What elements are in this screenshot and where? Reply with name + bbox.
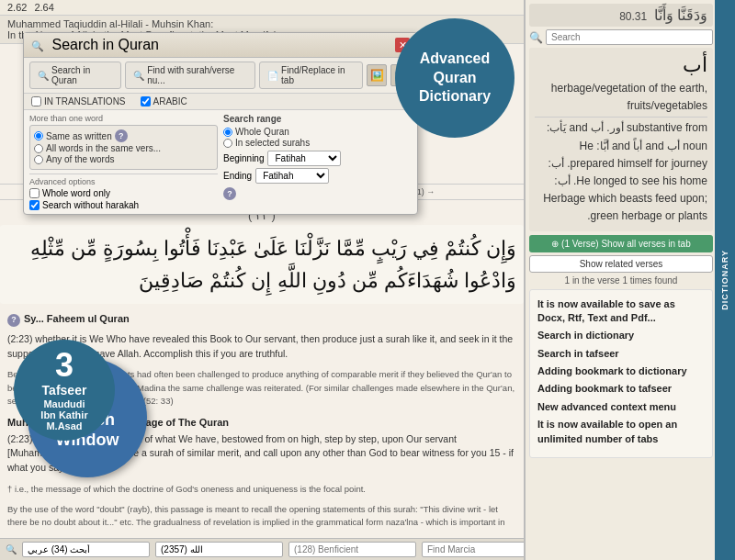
- more-than-one-label: More than one word: [29, 114, 218, 123]
- show-verses-btn[interactable]: ⊕ (1 Verse) Show all verses in tab: [529, 235, 713, 252]
- verse-count: 1 in the verse 1 times found: [529, 275, 713, 286]
- magnify-icon-right: 🔍: [529, 31, 543, 44]
- search-bottom-bar: 🔍: [0, 538, 524, 560]
- feature-bookmark-tafseer: Adding bookmark to tafseer: [537, 382, 705, 396]
- any-words-radio[interactable]: Any of the words: [34, 154, 213, 164]
- search-tab-icon-1: 🔍: [38, 71, 49, 81]
- same-as-written-radio[interactable]: Same as written ?: [34, 129, 213, 142]
- search-quran-input[interactable]: [155, 542, 283, 557]
- dictionary-bubble: Advanced Quran Dictionary: [395, 18, 514, 138]
- feature-unlimited-tabs: It is now available to open an unlimited…: [537, 418, 705, 446]
- search-options-row: IN TRANSLATIONS ARABIC: [24, 94, 417, 110]
- feature-save: It is now available to save as Docx, Rtf…: [537, 297, 705, 326]
- beginning-select[interactable]: Fatihah: [267, 151, 341, 166]
- dict-bubble-line2: Quran: [433, 69, 476, 88]
- search-tabs-row: 🔍 Search in Quran 🔍 Find with surah/vers…: [24, 58, 417, 94]
- verse-controls: ⊕ (1 Verse) Show all verses in tab Show …: [529, 235, 713, 286]
- search-tab-icon-3: 📄: [267, 71, 278, 81]
- verse-num-2: 2.64: [34, 2, 53, 13]
- arabic-main-word: أب: [535, 53, 707, 77]
- tafseer1-title: Sy... Faheem ul Quran: [24, 311, 130, 327]
- search-icon: 🔍: [31, 40, 44, 51]
- arabic-description: herbage/vegetation of the earth, fruits/…: [535, 80, 707, 115]
- advanced-options-label: Advanced options: [29, 177, 218, 186]
- tafseer-help-icon: ?: [7, 314, 20, 327]
- help-icon-1: ?: [115, 129, 128, 142]
- right-panel-content: 80.31 وَدَقَنَّا وَأَنَّا 🔍 أب herbage/v…: [526, 0, 717, 560]
- tafseer-bubble-line2: Maududi: [43, 398, 85, 409]
- tafseer2-note2: By the use of the word "doubt" (rayb), t…: [7, 503, 516, 532]
- tafseer2-footnote: † i.e., the message of which the doctrin…: [7, 483, 516, 496]
- whole-quran-radio[interactable]: Whole Quran: [223, 127, 412, 137]
- search-bottom-icon: 🔍: [6, 544, 17, 554]
- feature-search-tafseer: Search in tafseer: [537, 347, 705, 361]
- verse-num-1: 2.62: [7, 2, 27, 13]
- dict-bubble-line1: Advanced: [420, 50, 490, 69]
- tafseer-bubble-line4: M.Asad: [46, 420, 82, 431]
- ending-label: Ending: [223, 171, 252, 181]
- related-verses-btn[interactable]: Show related verses: [529, 255, 713, 273]
- tafseer-bubble-line3: Ibn Kathir: [40, 409, 87, 420]
- dictionary-strip: DICTIONARY: [715, 0, 735, 560]
- arabic-checkbox[interactable]: ARABIC: [141, 96, 187, 106]
- search-dialog-title: 🔍 Search in Quran: [31, 37, 159, 53]
- selected-surahs-radio[interactable]: In selected surahs: [223, 138, 412, 148]
- search-arabic-input[interactable]: [22, 542, 150, 557]
- verse-numbers-bar: 2.62 2.64: [0, 0, 524, 16]
- search-tab-3[interactable]: 📄 Find/Replace in tab: [259, 62, 363, 89]
- whole-word-checkbox[interactable]: Whole word only: [29, 188, 218, 198]
- right-search-bar: 🔍: [529, 29, 713, 45]
- beginning-label: Beginning: [223, 153, 264, 163]
- arabic-author: Muhammed Taqiuddin al-Hilali - Muhsin Kh…: [7, 18, 213, 29]
- search-dialog-title-bar: 🔍 Search in Quran ✕: [24, 33, 417, 58]
- features-section: It is now available to save as Docx, Rtf…: [529, 289, 713, 459]
- arabic-details: substantive from أور. أب and يَأب: noun …: [535, 119, 707, 225]
- main-container: 2.62 2.64 Muhammed Taqiuddin al-Hilali -…: [0, 0, 735, 560]
- translations-checkbox[interactable]: IN TRANSLATIONS: [31, 96, 126, 106]
- arabic-verse: وَإِن كُنتُمْ فِي رَيْبٍ مِّمَّا نَزَّلْ…: [0, 225, 524, 304]
- search-beneficent-input[interactable]: [288, 542, 416, 557]
- surah-arrow-right[interactable]: →: [426, 187, 435, 196]
- tafseer-bubble-line1: Tafseer: [42, 382, 87, 398]
- image-icon-btn[interactable]: 🖼️: [367, 64, 388, 86]
- ending-select[interactable]: Fatihah: [255, 168, 329, 184]
- help-icon-2: ?: [223, 187, 236, 200]
- feature-search-dict: Search in dictionary: [537, 329, 705, 342]
- arabic-word-section: أب herbage/vegetation of the earth, frui…: [529, 48, 713, 231]
- search-tab-2[interactable]: 🔍 Find with surah/verse nu...: [125, 62, 255, 89]
- verse-number-display: 80.31 وَدَقَنَّا وَأَنَّا: [529, 4, 713, 27]
- feature-context-menu: New advanced context menu: [537, 400, 705, 414]
- search-marcia-input[interactable]: [422, 542, 524, 557]
- feature-bookmark-dict: Adding bookmark to dictionary: [537, 364, 705, 378]
- search-tab-icon-2: 🔍: [133, 71, 144, 81]
- search-dialog: 🔍 Search in Quran ✕ 🔍 Search in Quran 🔍 …: [23, 32, 418, 215]
- tafseer-bubble-num: 3: [55, 349, 74, 382]
- arabic-small-word: وَدَقَنَّا وَأَنَّا: [654, 6, 707, 24]
- all-words-radio[interactable]: All words in the same vers...: [34, 143, 213, 153]
- search-tab-1[interactable]: 🔍 Search in Quran: [29, 62, 121, 89]
- right-search-input[interactable]: [546, 29, 713, 45]
- dict-bubble-line3: Dictionary: [419, 87, 491, 106]
- search-range-title: Search range: [223, 114, 412, 124]
- right-panel: Advanced Quran Dictionary 80.31 وَدَقَنَ…: [524, 0, 735, 560]
- tafseer-bubble: 3 Tafseer Maududi Ibn Kathir M.Asad: [14, 340, 115, 441]
- without-harakah-checkbox[interactable]: Search without harakah: [29, 200, 218, 210]
- dictionary-label: DICTIONARY: [720, 250, 729, 310]
